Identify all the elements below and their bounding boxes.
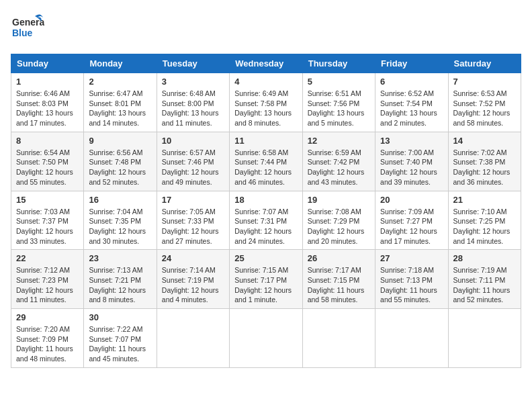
day-number: 13 <box>380 136 443 146</box>
day-info: Sunrise: 7:09 AMSunset: 7:27 PMDaylight:… <box>380 207 443 246</box>
day-number: 10 <box>162 136 224 146</box>
day-number: 4 <box>234 77 297 87</box>
empty-cell <box>157 309 229 368</box>
calendar-day-cell: 23Sunrise: 7:13 AMSunset: 7:21 PMDayligh… <box>84 250 157 309</box>
calendar-day-cell: 7Sunrise: 6:53 AMSunset: 7:52 PMDaylight… <box>448 73 521 132</box>
calendar-week-row: 29Sunrise: 7:20 AMSunset: 7:09 PMDayligh… <box>11 309 521 368</box>
empty-cell <box>302 309 375 368</box>
day-info: Sunrise: 6:58 AMSunset: 7:44 PMDaylight:… <box>234 148 297 187</box>
calendar-day-cell: 19Sunrise: 7:08 AMSunset: 7:29 PMDayligh… <box>302 191 375 250</box>
day-info: Sunrise: 7:12 AMSunset: 7:23 PMDaylight:… <box>16 265 79 305</box>
empty-cell <box>448 309 521 368</box>
day-info: Sunrise: 7:05 AMSunset: 7:33 PMDaylight:… <box>162 207 224 246</box>
day-info: Sunrise: 7:19 AMSunset: 7:11 PMDaylight:… <box>453 265 516 305</box>
day-info: Sunrise: 7:18 AMSunset: 7:13 PMDaylight:… <box>380 265 443 305</box>
empty-cell <box>375 309 448 368</box>
day-info: Sunrise: 6:52 AMSunset: 7:54 PMDaylight:… <box>380 89 443 128</box>
day-info: Sunrise: 6:57 AMSunset: 7:46 PMDaylight:… <box>162 148 224 187</box>
day-info: Sunrise: 6:56 AMSunset: 7:48 PMDaylight:… <box>89 148 151 187</box>
column-header-thursday: Thursday <box>302 54 375 73</box>
calendar-day-cell: 12Sunrise: 6:59 AMSunset: 7:42 PMDayligh… <box>302 132 375 191</box>
day-number: 30 <box>89 312 151 322</box>
day-info: Sunrise: 6:49 AMSunset: 7:58 PMDaylight:… <box>234 89 297 128</box>
column-header-saturday: Saturday <box>448 54 521 73</box>
day-info: Sunrise: 7:04 AMSunset: 7:35 PMDaylight:… <box>89 207 151 246</box>
calendar-day-cell: 26Sunrise: 7:17 AMSunset: 7:15 PMDayligh… <box>302 250 375 309</box>
svg-text:Blue: Blue <box>12 28 33 38</box>
day-info: Sunrise: 7:08 AMSunset: 7:29 PMDaylight:… <box>308 207 370 246</box>
calendar-day-cell: 25Sunrise: 7:15 AMSunset: 7:17 PMDayligh… <box>230 250 302 309</box>
day-info: Sunrise: 7:10 AMSunset: 7:25 PMDaylight:… <box>453 207 516 246</box>
day-info: Sunrise: 7:17 AMSunset: 7:15 PMDaylight:… <box>308 265 370 305</box>
day-info: Sunrise: 7:15 AMSunset: 7:17 PMDaylight:… <box>234 265 297 305</box>
day-number: 15 <box>16 195 79 205</box>
calendar-day-cell: 1Sunrise: 6:46 AMSunset: 8:03 PMDaylight… <box>11 73 84 132</box>
day-number: 24 <box>162 253 224 263</box>
day-number: 1 <box>16 77 79 87</box>
day-number: 11 <box>234 136 297 146</box>
day-info: Sunrise: 7:14 AMSunset: 7:19 PMDaylight:… <box>162 265 224 305</box>
calendar-table: SundayMondayTuesdayWednesdayThursdayFrid… <box>11 54 521 368</box>
calendar-day-cell: 27Sunrise: 7:18 AMSunset: 7:13 PMDayligh… <box>375 250 448 309</box>
day-number: 26 <box>308 253 370 263</box>
day-number: 7 <box>453 77 516 87</box>
day-number: 27 <box>380 253 443 263</box>
calendar-day-cell: 8Sunrise: 6:54 AMSunset: 7:50 PMDaylight… <box>11 132 84 191</box>
calendar-day-cell: 5Sunrise: 6:51 AMSunset: 7:56 PMDaylight… <box>302 73 375 132</box>
day-number: 8 <box>16 136 79 146</box>
day-info: Sunrise: 7:03 AMSunset: 7:37 PMDaylight:… <box>16 207 79 246</box>
day-number: 2 <box>89 77 151 87</box>
calendar-day-cell: 22Sunrise: 7:12 AMSunset: 7:23 PMDayligh… <box>11 250 84 309</box>
day-info: Sunrise: 7:20 AMSunset: 7:09 PMDaylight:… <box>16 324 79 364</box>
calendar-day-cell: 2Sunrise: 6:47 AMSunset: 8:01 PMDaylight… <box>84 73 157 132</box>
column-header-wednesday: Wednesday <box>230 54 302 73</box>
calendar-day-cell: 17Sunrise: 7:05 AMSunset: 7:33 PMDayligh… <box>157 191 229 250</box>
calendar-day-cell: 6Sunrise: 6:52 AMSunset: 7:54 PMDaylight… <box>375 73 448 132</box>
calendar-day-cell: 21Sunrise: 7:10 AMSunset: 7:25 PMDayligh… <box>448 191 521 250</box>
column-header-sunday: Sunday <box>11 54 84 73</box>
day-info: Sunrise: 6:59 AMSunset: 7:42 PMDaylight:… <box>308 148 370 187</box>
calendar-day-cell: 14Sunrise: 7:02 AMSunset: 7:38 PMDayligh… <box>448 132 521 191</box>
day-info: Sunrise: 6:46 AMSunset: 8:03 PMDaylight:… <box>16 89 79 128</box>
calendar-day-cell: 29Sunrise: 7:20 AMSunset: 7:09 PMDayligh… <box>11 309 84 368</box>
day-number: 29 <box>16 312 79 322</box>
calendar-week-row: 22Sunrise: 7:12 AMSunset: 7:23 PMDayligh… <box>11 250 521 309</box>
day-number: 5 <box>308 77 370 87</box>
day-number: 3 <box>162 77 224 87</box>
day-info: Sunrise: 7:00 AMSunset: 7:40 PMDaylight:… <box>380 148 443 187</box>
day-number: 20 <box>380 195 443 205</box>
day-number: 12 <box>308 136 370 146</box>
day-info: Sunrise: 7:22 AMSunset: 7:07 PMDaylight:… <box>89 324 151 364</box>
calendar-day-cell: 30Sunrise: 7:22 AMSunset: 7:07 PMDayligh… <box>84 309 157 368</box>
calendar-day-cell: 15Sunrise: 7:03 AMSunset: 7:37 PMDayligh… <box>11 191 84 250</box>
calendar-day-cell: 20Sunrise: 7:09 AMSunset: 7:27 PMDayligh… <box>375 191 448 250</box>
calendar-day-cell: 11Sunrise: 6:58 AMSunset: 7:44 PMDayligh… <box>230 132 302 191</box>
calendar-day-cell: 4Sunrise: 6:49 AMSunset: 7:58 PMDaylight… <box>230 73 302 132</box>
calendar-week-row: 8Sunrise: 6:54 AMSunset: 7:50 PMDaylight… <box>11 132 521 191</box>
calendar-week-row: 15Sunrise: 7:03 AMSunset: 7:37 PMDayligh… <box>11 191 521 250</box>
column-header-tuesday: Tuesday <box>157 54 229 73</box>
day-info: Sunrise: 6:51 AMSunset: 7:56 PMDaylight:… <box>308 89 370 128</box>
day-number: 23 <box>89 253 151 263</box>
day-info: Sunrise: 7:07 AMSunset: 7:31 PMDaylight:… <box>234 207 297 246</box>
day-info: Sunrise: 7:02 AMSunset: 7:38 PMDaylight:… <box>453 148 516 187</box>
calendar-week-row: 1Sunrise: 6:46 AMSunset: 8:03 PMDaylight… <box>11 73 521 132</box>
day-number: 19 <box>308 195 370 205</box>
calendar-day-cell: 9Sunrise: 6:56 AMSunset: 7:48 PMDaylight… <box>84 132 157 191</box>
calendar-day-cell: 13Sunrise: 7:00 AMSunset: 7:40 PMDayligh… <box>375 132 448 191</box>
calendar-header-row: SundayMondayTuesdayWednesdayThursdayFrid… <box>11 54 521 73</box>
day-info: Sunrise: 6:47 AMSunset: 8:01 PMDaylight:… <box>89 89 151 128</box>
column-header-friday: Friday <box>375 54 448 73</box>
day-number: 21 <box>453 195 516 205</box>
day-number: 25 <box>234 253 297 263</box>
calendar-day-cell: 3Sunrise: 6:48 AMSunset: 8:00 PMDaylight… <box>157 73 229 132</box>
calendar-day-cell: 18Sunrise: 7:07 AMSunset: 7:31 PMDayligh… <box>230 191 302 250</box>
logo-graphic: General Blue <box>11 11 44 47</box>
day-number: 9 <box>89 136 151 146</box>
calendar-day-cell: 28Sunrise: 7:19 AMSunset: 7:11 PMDayligh… <box>448 250 521 309</box>
day-info: Sunrise: 7:13 AMSunset: 7:21 PMDaylight:… <box>89 265 151 305</box>
day-number: 14 <box>453 136 516 146</box>
day-info: Sunrise: 6:54 AMSunset: 7:50 PMDaylight:… <box>16 148 79 187</box>
calendar-day-cell: 16Sunrise: 7:04 AMSunset: 7:35 PMDayligh… <box>84 191 157 250</box>
column-header-monday: Monday <box>84 54 157 73</box>
